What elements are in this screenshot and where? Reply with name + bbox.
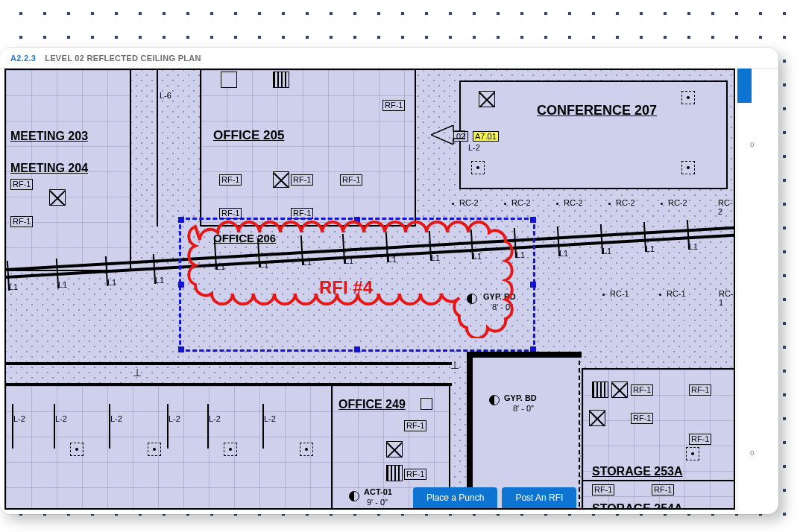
arrow-icon (431, 125, 465, 145)
tag-rf1-d: RF-1 (291, 174, 313, 186)
fixture-hatch-249 (386, 465, 403, 481)
rc-box-6 (224, 443, 237, 456)
l2-b: L-2 (55, 414, 67, 423)
tag-rf1-h: RF-1 (382, 100, 405, 111)
fixture-x-1 (49, 189, 66, 206)
l2-a: L-2 (13, 414, 25, 423)
tag-rf1-s4: RF-1 (689, 434, 711, 445)
rc-box-3 (681, 161, 695, 174)
floor-plan-canvas[interactable]: MEETING 203 MEETING 204 RF-1 RF-1 L-6 OF… (4, 69, 735, 510)
drawing-header: A2.2.3 LEVEL 02 REFLECTED CEILING PLAN (0, 48, 778, 69)
rc-box-5 (148, 443, 161, 456)
rc-box-1 (681, 91, 695, 104)
sidebar-accent (737, 69, 752, 103)
sheet-title: LEVEL 02 REFLECTED CEILING PLAN (45, 54, 201, 63)
act-symbol (349, 491, 359, 501)
rc2-4: RC-2 (616, 198, 635, 207)
room-gypbd-box (468, 353, 580, 510)
rc2-6: RC-2 (718, 198, 734, 216)
l1-n: L1 (602, 247, 611, 256)
fixture-hatch-s1 (592, 381, 608, 398)
place-punch-button[interactable]: Place a Punch (413, 487, 497, 508)
rc1-2: RC-1 (667, 289, 686, 298)
rfi-label: RFI #4 (319, 277, 373, 298)
tag-rf1-249b: RF-1 (404, 469, 426, 480)
tag-rf1-e: RF-1 (340, 174, 362, 186)
l2-c: L-2 (110, 414, 122, 423)
sidebar-stub-1[interactable]: o (750, 140, 765, 148)
fixture-sq-1 (221, 72, 237, 88)
label-storage-253a: STORAGE 253A (592, 465, 683, 478)
rc-box-4 (70, 443, 84, 456)
right-sidebar: o o (737, 69, 752, 510)
l2-f: L-2 (264, 414, 276, 423)
fixture-x-s2 (589, 410, 605, 426)
label-office-249: OFFICE 249 (338, 398, 406, 411)
act01-label: ACT-01 (364, 487, 392, 496)
label-storage-254a: STORAGE 254A (592, 502, 683, 510)
tag-rf1-s2: RF-1 (689, 384, 711, 396)
label-meeting-203: MEETING 203 (10, 130, 88, 143)
l1-p: L1 (689, 242, 698, 251)
tag-rf1-s5: RF-1 (592, 484, 614, 495)
fixture-hatch-1 (273, 72, 289, 88)
tag-rf1-b: RF-1 (10, 216, 33, 227)
rc1-1: RC-1 (610, 289, 629, 298)
l1-b: L1 (58, 280, 67, 289)
label-conference-207: CONFERENCE 207 (537, 103, 657, 118)
sheet-code[interactable]: A2.2.3 (10, 54, 36, 63)
lower-corridor-top (6, 362, 452, 365)
act01-dim: 9' - 0" (367, 498, 388, 507)
room-office-205 (200, 69, 416, 227)
fixture-sq-249 (421, 398, 432, 410)
action-button-bar: Place a Punch Post An RFI (413, 487, 576, 508)
l1-a: L1 (9, 282, 18, 291)
gyp-bd-2: GYP. BD (504, 393, 537, 402)
tag-l6: L-6 (160, 91, 171, 100)
gyp-symbol-2 (489, 395, 500, 405)
fixture-x-249 (386, 441, 403, 457)
tag-rf1-s1: RF-1 (631, 384, 653, 396)
label-meeting-204: MEETING 204 (10, 162, 88, 175)
tag-rf1-s6: RF-1 (652, 484, 674, 495)
fixture-x-2 (273, 171, 289, 188)
column-1 (157, 70, 158, 227)
tag-rf1-c: RF-1 (219, 174, 242, 186)
rc-box-2 (471, 161, 485, 174)
tag-rf1-249a: RF-1 (404, 420, 426, 431)
fixture-x-3 (479, 91, 495, 107)
l1-d: L1 (155, 276, 164, 285)
rc2-3: RC-2 (564, 198, 583, 207)
rc-box-7 (300, 443, 313, 456)
ref-a701-highlight[interactable]: A7.01 (473, 131, 499, 142)
fixture-x-s1 (611, 381, 628, 398)
l2-d: L-2 (169, 414, 180, 423)
svg-marker-0 (431, 125, 465, 145)
label-office-205: OFFICE 205 (213, 128, 284, 143)
l2-e: L-2 (209, 414, 221, 423)
tag-rf1-a: RF-1 (10, 179, 33, 190)
rc2-2: RC-2 (511, 198, 531, 207)
sidebar-stub-2[interactable]: o (750, 449, 765, 457)
drawing-viewer-window: A2.2.3 LEVEL 02 REFLECTED CEILING PLAN o… (0, 48, 778, 514)
l1-o: L1 (646, 244, 655, 253)
rc1-3: RC-1 (719, 289, 734, 307)
rc-box-s1 (686, 447, 699, 460)
l1-c: L1 (107, 278, 116, 287)
gyp-dim-2: 8' - 0" (513, 404, 534, 413)
rc2-1: RC-2 (459, 198, 479, 207)
rc2-5: RC-2 (668, 198, 687, 207)
l1-m: L1 (559, 249, 568, 258)
post-rfi-button[interactable]: Post An RFI (502, 487, 576, 508)
tag-l2-conf: L-2 (468, 143, 480, 152)
tag-rf1-s3: RF-1 (631, 413, 653, 424)
